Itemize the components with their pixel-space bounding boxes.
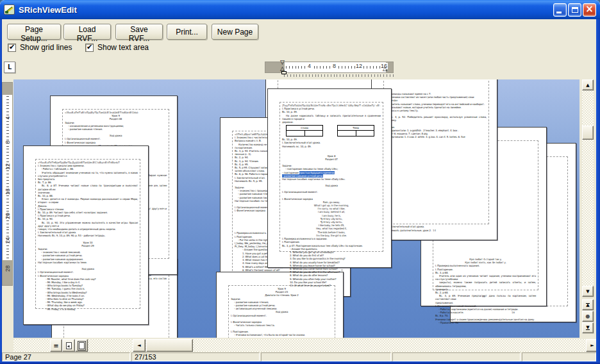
app-icon [4, 4, 15, 15]
status-page-label: Page 27 [2, 352, 130, 361]
window-titlebar[interactable]: SRichViewEdit × [0, 0, 600, 19]
checkbox-box[interactable]: ✔ [8, 44, 16, 52]
status-page-count: 27/153 [131, 352, 260, 361]
maximize-button[interactable] [568, 3, 581, 17]
previous-page-icon: ▲ [586, 303, 589, 307]
window-border [596, 18, 600, 364]
scroll-up-button[interactable]: ▲ [582, 79, 594, 90]
new-page-button[interactable]: New Page [212, 24, 258, 40]
page-line: деревне: [282, 120, 381, 124]
page-line: закрыты), можно также попросить детей за… [435, 281, 536, 287]
view-multipage-button[interactable] [75, 339, 88, 352]
check-icon: ✔ [9, 43, 15, 51]
ruler-number: 12 [355, 63, 363, 69]
page-line: Класс делится на 2 команды. Первая коман… [38, 197, 138, 204]
page-line: Вс. 10, р. 90. Это упражнение можно выпо… [38, 221, 138, 228]
close-icon: × [583, 4, 596, 15]
window-border [0, 361, 600, 364]
status-panel [392, 352, 521, 361]
ruler-ticks: 4 8 12 16 [285, 62, 386, 72]
status-bar: Page 27 27/153 [2, 352, 596, 361]
page-line: – Mr. Friday, it is a holiday. [38, 308, 138, 311]
page-setup-button[interactable]: Page Setup... [7, 24, 61, 40]
status-panel [522, 352, 596, 361]
browse-dot-icon: ● [586, 313, 590, 319]
checkbox-label: Show text area [97, 43, 149, 52]
show-grid-lines-checkbox[interactable]: ✔ Show grid lines [8, 43, 72, 52]
view-page-button[interactable] [62, 339, 75, 352]
view-normal-button[interactable]: ≡ [50, 339, 62, 352]
left-indent-box-marker[interactable] [281, 71, 287, 74]
page-canvas[interactable]: рт в оралке анд. Журавлито коадрес его в… [13, 79, 579, 338]
maximize-icon [572, 7, 578, 13]
window-border [0, 18, 2, 364]
vertical-scrollbar-track[interactable] [582, 79, 594, 297]
page-line: Учитель или один из учеников читает зада… [435, 274, 536, 281]
ruler-number: 8 [332, 63, 337, 69]
tab-selector-button[interactable]: L [4, 62, 15, 73]
page-line [231, 337, 333, 338]
next-page-button[interactable]: ▼ [582, 322, 594, 333]
show-text-area-checkbox[interactable]: ✔ Show text area [85, 43, 149, 52]
right-indent-marker[interactable]: △ [383, 66, 387, 72]
page-line: Вс. 8, р 87. Ученики читают новые слова … [38, 184, 138, 190]
ruler-number: 12 [4, 163, 11, 171]
vertical-scrollbar-thumb[interactable] [582, 126, 594, 140]
ruler-number: 24 [4, 236, 11, 245]
status-panel [261, 352, 391, 361]
ruler-number: 8 [4, 138, 11, 147]
ruler-number: 16 [4, 188, 11, 196]
page-line: 11. At what time do you go to bed? [282, 284, 381, 287]
page-line: На доске нарисовать таблицу и записать п… [282, 114, 381, 120]
page-view-icon [66, 342, 72, 349]
mini-table: Тема [337, 125, 374, 136]
window-title: SRichViewEdit [19, 5, 553, 15]
page-number-footer: 10 [421, 295, 546, 298]
next-page-icon: ▼ [586, 326, 589, 330]
checkbox-label: Show grid lines [20, 43, 72, 52]
document-page[interactable]: |ТщуТ'вЕаТаШя/Пр;Шд'ВсШе:Тло№ «ВнгТрсЗ (… [267, 88, 392, 268]
horizontal-scrollbar-thumb[interactable] [146, 339, 193, 352]
check-icon: ✔ [87, 43, 92, 51]
app-window: SRichViewEdit × Page Setup... Load RVF..… [0, 0, 600, 364]
checkbox-box[interactable]: ✔ [85, 44, 94, 52]
document-page[interactable]: «ЧЪыВ.аТвТ'еВдеТрдВи'Пр;ДудШяВ'ТаяШесВ'С… [23, 145, 149, 325]
print-button[interactable]: Print... [167, 24, 207, 40]
ruler-number: 4 [4, 114, 11, 122]
first-line-indent-marker[interactable]: ▽ [280, 60, 285, 65]
mini-table: Слова [286, 125, 323, 136]
minimize-button[interactable] [553, 3, 567, 17]
selected-text: простых будущего времени; [299, 171, 335, 174]
page-line: Учитель обращает внимание учеников на то… [38, 171, 138, 178]
browse-select-button[interactable]: ● [582, 311, 594, 322]
page-line: – Правило, с. 70. [435, 321, 536, 324]
scroll-down-button[interactable]: ▼ [582, 286, 594, 297]
save-rvf-button[interactable]: Save RVF... [115, 24, 163, 40]
scroll-left-button[interactable]: ◄ [133, 339, 146, 352]
vertical-ruler: 4 8 12 16 20 24 28 [2, 82, 13, 286]
load-rvf-button[interactable]: Load RVF... [63, 24, 111, 40]
ruler-subticks [284, 74, 394, 78]
horizontal-scrollbar-track[interactable] [13, 339, 599, 352]
close-button[interactable]: × [583, 3, 596, 17]
ruler-number: 4 [307, 63, 312, 69]
page-line: Вс. 4, р. 52. Победитель решает кроссвор… [386, 115, 487, 122]
ruler-number: 20 [4, 212, 11, 220]
minimize-icon [556, 12, 562, 13]
previous-page-button[interactable]: ▲ [582, 299, 594, 310]
page-line: Ученики составляют из чисел (или любая ч… [386, 95, 487, 99]
ruler-number: 28 [4, 265, 11, 273]
multipage-view-icon [79, 342, 85, 349]
